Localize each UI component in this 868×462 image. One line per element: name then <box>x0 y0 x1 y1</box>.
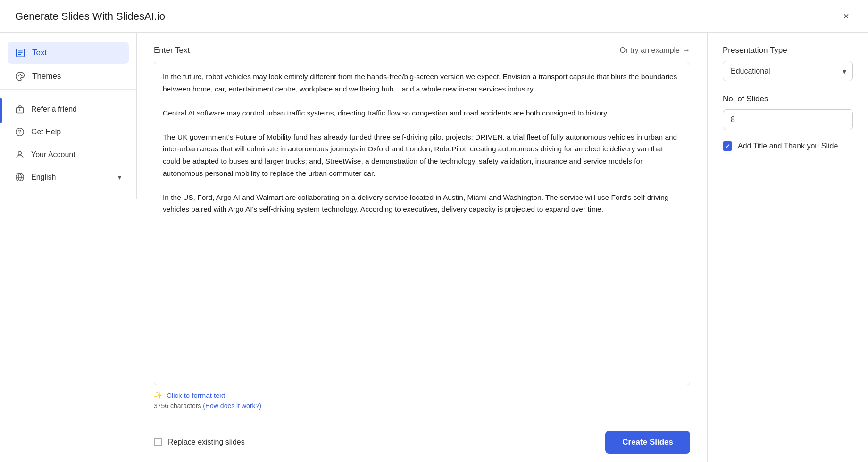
try-example-link[interactable]: Or try an example → <box>620 46 690 55</box>
sidebar-bottom: Refer a friend Get Help <box>0 89 136 190</box>
sidebar-item-language[interactable]: English ▾ <box>8 167 129 188</box>
themes-item-label: Themes <box>32 72 61 81</box>
no-slides-input[interactable] <box>723 109 853 130</box>
content-area: Enter Text Or try an example → In the fu… <box>137 33 708 462</box>
chevron-down-icon: ▾ <box>118 173 121 181</box>
svg-point-12 <box>18 151 22 155</box>
replace-slides-wrapper: Replace existing slides <box>154 438 245 446</box>
svg-point-6 <box>21 75 23 76</box>
content-main: Enter Text Or try an example → In the fu… <box>137 33 707 422</box>
help-label: Get Help <box>31 128 61 136</box>
replace-slides-checkbox[interactable] <box>154 438 162 446</box>
svg-point-9 <box>19 108 20 109</box>
right-panel: Presentation Type Educational Business C… <box>708 33 868 462</box>
create-slides-button[interactable]: Create Slides <box>605 431 690 454</box>
language-label: English <box>31 173 56 182</box>
format-text-button[interactable]: ✨ Click to format text <box>154 391 690 399</box>
svg-point-5 <box>20 74 21 75</box>
content-bottom: Replace existing slides Create Slides <box>137 422 707 462</box>
add-title-slide-checkbox[interactable]: ✓ <box>723 141 732 151</box>
sidebar-item-account[interactable]: Your Account <box>8 144 129 165</box>
account-icon <box>15 150 25 159</box>
presentation-type-select[interactable]: Educational Business Creative General <box>723 61 853 81</box>
arrow-right-icon: → <box>683 46 690 55</box>
char-count: 3756 characters (How does it work?) <box>154 402 690 410</box>
add-title-slide-label[interactable]: Add Title and Thank you Slide <box>738 142 838 150</box>
replace-slides-label[interactable]: Replace existing slides <box>168 438 245 446</box>
title-bar: Generate Slides With SlidesAI.io × <box>0 0 868 33</box>
format-text-label: Click to format text <box>167 391 225 399</box>
try-example-text: Or try an example <box>620 46 680 55</box>
lang-left: English <box>15 173 56 182</box>
text-icon <box>15 48 25 58</box>
sidebar-item-help[interactable]: Get Help <box>8 122 129 142</box>
how-it-works-link[interactable]: (How does it work?) <box>203 402 261 410</box>
help-icon <box>15 127 25 137</box>
sidebar-item-text[interactable]: Text <box>8 42 129 64</box>
text-item-label: Text <box>32 48 47 58</box>
account-label: Your Account <box>31 150 75 159</box>
presentation-type-select-wrapper: Educational Business Creative General ▾ <box>723 61 853 81</box>
svg-point-4 <box>18 75 19 76</box>
text-actions: ✨ Click to format text 3756 characters (… <box>154 385 690 412</box>
enter-text-header: Enter Text Or try an example → <box>154 46 690 55</box>
no-slides-label: No. of Slides <box>723 94 853 104</box>
presentation-type-label: Presentation Type <box>723 46 853 55</box>
sparkle-icon: ✨ <box>154 391 163 399</box>
add-title-slide-row: ✓ Add Title and Thank you Slide <box>723 141 853 151</box>
close-button[interactable]: × <box>839 8 853 25</box>
enter-text-label: Enter Text <box>154 46 190 55</box>
char-count-value: 3756 characters <box>154 402 201 410</box>
sidebar-item-refer[interactable]: Refer a friend <box>8 99 129 120</box>
svg-point-10 <box>16 128 24 136</box>
text-area-wrapper: In the future, robot vehicles may look e… <box>154 62 690 385</box>
check-icon: ✓ <box>725 143 730 150</box>
text-input[interactable]: In the future, robot vehicles may look e… <box>154 62 690 385</box>
refer-label: Refer a friend <box>31 105 77 114</box>
sidebar: Text Themes <box>0 33 137 199</box>
themes-icon <box>15 71 25 82</box>
language-icon <box>15 173 25 182</box>
app-title: Generate Slides With SlidesAI.io <box>15 10 165 23</box>
sidebar-wrapper: Text Themes <box>0 33 137 462</box>
svg-point-11 <box>19 134 20 134</box>
refer-icon <box>15 105 25 114</box>
main-layout: Text Themes <box>0 33 868 462</box>
active-indicator <box>0 98 2 123</box>
sidebar-nav: Text Themes <box>0 42 136 89</box>
sidebar-item-themes[interactable]: Themes <box>8 66 129 87</box>
